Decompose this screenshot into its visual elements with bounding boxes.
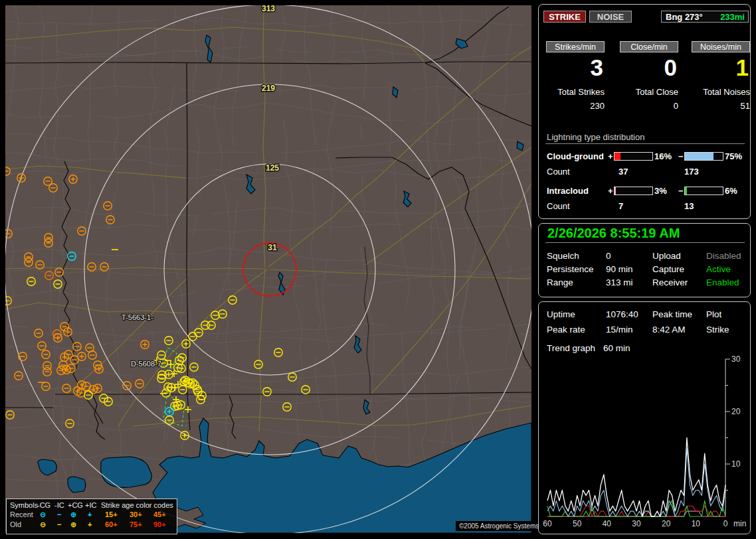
- cg-plus-pct: 16%: [654, 151, 672, 161]
- legend-age-value: 75+: [130, 520, 142, 529]
- legend-age-value: 15+: [105, 510, 118, 519]
- trend-series-noise: [547, 501, 725, 516]
- trend-graph-chart: 1020306050403020100min: [539, 302, 750, 534]
- total-noises-value: 51: [692, 101, 750, 111]
- trend-x-tick-label: 30: [632, 519, 641, 528]
- trend-x-tick-label: 50: [573, 519, 582, 528]
- distribution-rule: [545, 143, 745, 144]
- capture-status: Active: [706, 264, 731, 274]
- receiver-status: Enabled: [706, 277, 739, 287]
- ic-plus-count: 7: [618, 201, 623, 211]
- legend-type-header: -IC: [54, 501, 64, 510]
- noise-tab-button[interactable]: NOISE: [589, 11, 632, 23]
- cloud-ground-label: Cloud-ground: [547, 151, 604, 161]
- ic-minus-bar: [684, 187, 723, 195]
- range-label: Range: [547, 277, 573, 287]
- legend-age-value: 90+: [153, 520, 166, 529]
- noises-per-min-column: Noises/min 1 Total Noises 51: [692, 41, 750, 114]
- strike-stats-panel: STRIKE NOISE Bng 273° 233mi Strikes/min …: [538, 4, 751, 219]
- lightning-map[interactable]: 31321912531 T-5663-1-D-5608-7 Symbols-CG…: [5, 5, 531, 533]
- nexstorm-window: 31321912531 T-5663-1-D-5608-7 Symbols-CG…: [0, 0, 756, 539]
- intracloud-label: Intracloud: [547, 186, 589, 196]
- close-per-min-column: Close/min 0 Total Close 0: [620, 41, 678, 114]
- persistence-value: 90 min: [606, 264, 633, 274]
- strikes-per-min-column: Strikes/min 3 Total Strikes 230: [546, 41, 605, 114]
- map-canvas[interactable]: 31321912531 T-5663-1-D-5608-7: [5, 5, 531, 533]
- ic-minus-sign: −: [678, 186, 684, 196]
- trend-series-cg-neg: [547, 448, 725, 516]
- trend-x-tick-label: 60: [543, 519, 552, 528]
- cg-minus-pct: 75%: [725, 151, 742, 161]
- trend-x-tick-label: 40: [603, 519, 612, 528]
- ic-plus-sign: +: [608, 186, 613, 196]
- datetime-display: 2/26/2026 8:55:19 AM: [547, 226, 680, 241]
- total-close-value: 0: [620, 101, 678, 111]
- cg-minus-sign: −: [678, 151, 684, 161]
- range-ring-label: 313: [262, 5, 275, 13]
- strikes-per-min-value: 3: [546, 54, 605, 81]
- legend-age-title: Strike age color codes: [101, 501, 173, 510]
- legend-type-header: -CG: [37, 501, 50, 510]
- upload-label: Upload: [652, 251, 681, 261]
- trend-x-tick-label: 20: [662, 519, 671, 528]
- trend-series-total: [547, 438, 725, 517]
- trend-y-tick-label: 10: [731, 459, 741, 469]
- copyright-text: ©2005 Astrogenic Systems: [456, 521, 542, 531]
- bearing-label: Bng 273°: [666, 12, 703, 22]
- ic-minus-count: 13: [684, 201, 694, 211]
- legend-old-symbol: ⊕: [70, 520, 76, 529]
- ic-count-label: Count: [547, 201, 570, 211]
- ic-plus-bar: [614, 187, 653, 195]
- range-ring-label: 125: [266, 163, 279, 173]
- strike-tab-button[interactable]: STRIKE: [543, 11, 586, 23]
- noises-per-min-header: Noises/min: [692, 41, 750, 52]
- bearing-distance: 233mi: [720, 12, 745, 22]
- receiver-label: Receiver: [652, 277, 688, 287]
- legend-recent-symbol: +: [88, 510, 92, 519]
- legend-recent-symbol: ⊖: [40, 510, 46, 519]
- legend-type-header: +IC: [85, 501, 96, 510]
- storm-cell-label: T-5663-1-: [122, 313, 153, 321]
- cg-minus-bar: [684, 152, 723, 161]
- range-value: 313 mi: [606, 277, 633, 287]
- close-per-min-value: 0: [620, 54, 678, 81]
- upload-status: Disabled: [706, 251, 741, 261]
- legend-old-symbol: −: [57, 520, 61, 529]
- total-close-label: Total Close: [620, 87, 678, 97]
- squelch-value: 0: [606, 251, 611, 261]
- legend-recent-symbol: −: [57, 510, 61, 519]
- cg-count-label: Count: [547, 167, 570, 177]
- capture-label: Capture: [652, 264, 684, 274]
- total-strikes-value: 230: [546, 101, 605, 111]
- ic-plus-pct: 3%: [654, 186, 667, 196]
- trend-x-unit-label: min: [733, 519, 746, 528]
- legend-recent-label: Recent: [10, 510, 33, 519]
- cg-plus-sign: +: [608, 151, 613, 161]
- total-strikes-label: Total Strikes: [546, 87, 605, 97]
- squelch-label: Squelch: [547, 251, 579, 261]
- legend-age-value: 60+: [105, 520, 118, 529]
- legend-old-symbol: ⊖: [40, 520, 46, 529]
- map-legend: Symbols-CG-IC+CG+ICStrike age color code…: [6, 499, 177, 534]
- legend-old-symbol: +: [88, 520, 92, 529]
- trend-x-tick-label: 10: [692, 519, 701, 528]
- status-panel: 2/26/2026 8:55:19 AM Squelch 0 Upload Di…: [538, 223, 751, 297]
- legend-type-header: +CG: [68, 501, 83, 510]
- trend-x-tick-label: 0: [723, 519, 728, 528]
- strikes-per-min-header: Strikes/min: [546, 41, 605, 52]
- trend-panel: Uptime 1076:40 Peak time Plot Peak rate …: [538, 301, 751, 534]
- trend-y-tick-label: 20: [731, 407, 741, 416]
- ic-minus-pct: 6%: [725, 186, 737, 196]
- cg-plus-bar: [614, 152, 653, 161]
- range-ring-label: 31: [268, 243, 277, 252]
- cg-minus-count: 173: [684, 167, 699, 177]
- legend-old-label: Old: [10, 520, 21, 529]
- legend-recent-symbol: ⊕: [70, 510, 76, 519]
- storm-cell-label: D-5608-7: [131, 360, 161, 368]
- distribution-title: Lightning type distribution: [547, 132, 644, 142]
- range-ring-label: 219: [262, 84, 275, 93]
- total-noises-label: Total Noises: [692, 87, 750, 97]
- cg-plus-count: 37: [618, 167, 628, 177]
- legend-symbols-header: Symbols: [10, 501, 38, 510]
- trend-y-tick-label: 30: [731, 354, 741, 364]
